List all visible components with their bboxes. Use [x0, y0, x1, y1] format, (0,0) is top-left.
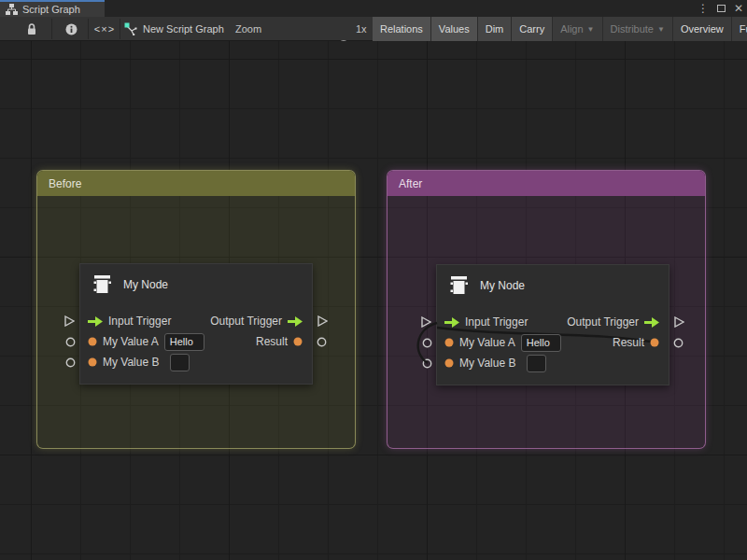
group-before-header[interactable]: Before: [37, 171, 355, 196]
outer-value-port[interactable]: [317, 337, 327, 347]
port-output-trigger: Output Trigger: [567, 315, 639, 329]
graph-hierarchy-icon: [6, 4, 18, 15]
outer-value-port[interactable]: [673, 338, 684, 348]
graph-canvas[interactable]: Before After: [0, 41, 747, 560]
zoom-value: 1x: [356, 17, 367, 41]
align-button[interactable]: Align▼: [553, 17, 601, 41]
code-icon: <×>: [94, 23, 115, 35]
group-after-header[interactable]: After: [388, 171, 705, 196]
tab-script-graph[interactable]: Script Graph: [0, 0, 105, 17]
window-controls: ⋮ ✕: [698, 0, 743, 17]
zoom-label: Zoom: [235, 17, 261, 41]
outer-value-port[interactable]: [422, 358, 432, 369]
port-my-value-b: My Value B: [459, 357, 515, 370]
node-title: My Node: [480, 279, 525, 292]
trigger-arrow-icon[interactable]: [88, 316, 103, 327]
lock-icon: [26, 23, 37, 35]
chevron-down-icon: ▼: [657, 25, 665, 34]
toolbar-separator: [51, 19, 52, 39]
kebab-menu-icon[interactable]: ⋮: [698, 0, 709, 17]
value-port-icon[interactable]: [444, 338, 454, 347]
maximize-icon[interactable]: [717, 5, 726, 12]
values-button[interactable]: Values: [431, 17, 477, 41]
lock-button[interactable]: [21, 17, 43, 41]
value-a-input[interactable]: Hello: [164, 333, 204, 351]
node-my-node-before[interactable]: My Node Input Trigger Output Trigger: [79, 263, 313, 385]
port-output-trigger: Output Trigger: [210, 315, 282, 328]
port-my-value-a: My Value A: [103, 335, 159, 348]
node-header[interactable]: My Node: [80, 264, 312, 305]
relations-button[interactable]: Relations: [373, 17, 430, 41]
trigger-arrow-icon[interactable]: [288, 316, 303, 327]
node-header[interactable]: My Node: [437, 265, 669, 306]
value-b-input[interactable]: [527, 355, 546, 372]
outer-trigger-port[interactable]: [421, 316, 431, 328]
distribute-button[interactable]: Distribute▼: [603, 17, 672, 41]
unit-icon: [92, 273, 114, 297]
chevron-down-icon: ▼: [587, 25, 595, 34]
node-my-node-after[interactable]: My Node Input Trigger Output Trigger: [436, 264, 669, 385]
value-port-icon[interactable]: [444, 358, 454, 368]
trigger-arrow-icon[interactable]: [444, 317, 459, 328]
outer-trigger-port[interactable]: [64, 315, 75, 327]
script-graph-window: Script Graph ⋮ ✕: [0, 0, 747, 560]
script-graph-icon: [124, 22, 137, 35]
tab-bar: Script Graph ⋮ ✕: [0, 0, 747, 17]
overview-button[interactable]: Overview: [673, 17, 731, 41]
graph-name-label: New Script Graph: [143, 23, 224, 35]
carry-button[interactable]: Carry: [512, 17, 552, 41]
port-my-value-a: My Value A: [459, 336, 515, 349]
close-icon[interactable]: ✕: [734, 0, 743, 17]
outer-trigger-port[interactable]: [674, 316, 684, 328]
port-my-value-b: My Value B: [103, 356, 159, 369]
port-result: Result: [613, 336, 644, 349]
value-b-input[interactable]: [170, 354, 190, 371]
full-screen-button[interactable]: Full Screen: [732, 17, 747, 41]
outer-value-port[interactable]: [65, 357, 76, 368]
info-icon: [65, 23, 78, 35]
value-port-icon[interactable]: [88, 337, 97, 346]
outer-value-port[interactable]: [422, 338, 432, 348]
toolbar-buttons: Relations Values Dim Carry Align▼ Distri…: [373, 17, 747, 41]
port-input-trigger: Input Trigger: [465, 315, 528, 329]
code-preview-button[interactable]: <×>: [90, 17, 120, 41]
graph-toolbar: <×> New Script Graph Zoom 1x Relations V…: [0, 17, 747, 41]
group-title: After: [399, 177, 422, 190]
info-button[interactable]: [60, 17, 82, 41]
port-input-trigger: Input Trigger: [108, 315, 171, 328]
dim-button[interactable]: Dim: [478, 17, 512, 41]
unit-icon: [448, 273, 471, 298]
value-port-icon[interactable]: [293, 337, 303, 346]
port-result: Result: [256, 335, 288, 348]
toolbar-separator: [120, 19, 120, 39]
value-a-input[interactable]: Hello: [521, 334, 561, 352]
trigger-arrow-icon[interactable]: [644, 317, 659, 328]
node-title: My Node: [123, 278, 168, 291]
value-port-icon[interactable]: [88, 357, 97, 367]
tab-label: Script Graph: [22, 4, 80, 15]
graph-title-area: New Script Graph: [124, 17, 224, 41]
toolbar-separator: [88, 19, 89, 39]
group-title: Before: [49, 177, 81, 190]
outer-value-port[interactable]: [65, 337, 76, 347]
value-port-icon[interactable]: [650, 338, 659, 347]
outer-trigger-port[interactable]: [317, 315, 328, 327]
